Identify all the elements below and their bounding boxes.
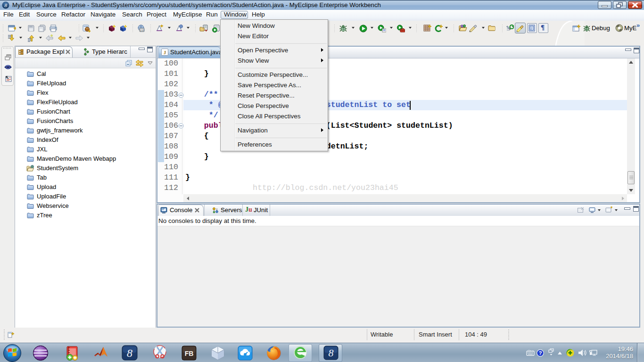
svg-text:2.0: 2.0 <box>140 29 144 32</box>
svg-text:8: 8 <box>4 2 7 8</box>
svg-text:8: 8 <box>329 347 334 359</box>
svg-text:8: 8 <box>127 347 132 359</box>
svg-text:?: ? <box>539 350 542 356</box>
svg-text:FB: FB <box>185 350 194 357</box>
